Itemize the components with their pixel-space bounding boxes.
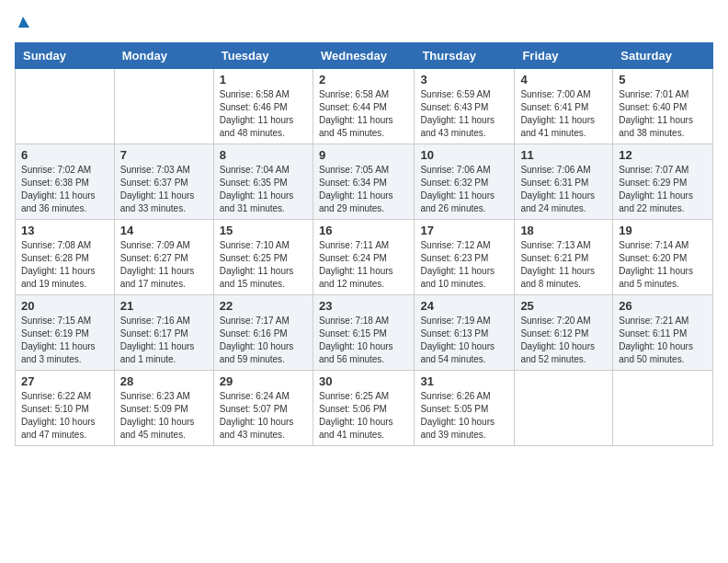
day-info: Sunrise: 7:00 AM Sunset: 6:41 PM Dayligh… bbox=[520, 88, 607, 140]
calendar-cell: 23Sunrise: 7:18 AM Sunset: 6:15 PM Dayli… bbox=[313, 295, 414, 371]
day-number: 11 bbox=[520, 148, 607, 162]
day-info: Sunrise: 7:04 AM Sunset: 6:35 PM Dayligh… bbox=[220, 164, 307, 215]
calendar-header-friday: Friday bbox=[515, 43, 613, 69]
calendar-cell bbox=[613, 371, 713, 446]
calendar-cell: 31Sunrise: 6:26 AM Sunset: 5:05 PM Dayli… bbox=[415, 371, 515, 446]
calendar-cell: 3Sunrise: 6:59 AM Sunset: 6:43 PM Daylig… bbox=[415, 69, 515, 144]
day-number: 6 bbox=[21, 148, 108, 162]
day-number: 28 bbox=[120, 374, 208, 388]
day-number: 18 bbox=[520, 224, 607, 237]
day-info: Sunrise: 6:58 AM Sunset: 6:44 PM Dayligh… bbox=[319, 88, 408, 140]
calendar-header-row: SundayMondayTuesdayWednesdayThursdayFrid… bbox=[16, 43, 713, 69]
day-number: 7 bbox=[120, 148, 208, 162]
day-number: 22 bbox=[220, 299, 307, 313]
calendar-cell: 2Sunrise: 6:58 AM Sunset: 6:44 PM Daylig… bbox=[313, 69, 414, 144]
calendar-cell: 15Sunrise: 7:10 AM Sunset: 6:25 PM Dayli… bbox=[213, 220, 313, 295]
calendar-cell: 25Sunrise: 7:20 AM Sunset: 6:12 PM Dayli… bbox=[515, 295, 613, 371]
calendar-week-0: 1Sunrise: 6:58 AM Sunset: 6:46 PM Daylig… bbox=[16, 69, 713, 144]
day-number: 31 bbox=[420, 374, 508, 388]
day-number: 27 bbox=[21, 374, 108, 388]
day-number: 16 bbox=[319, 224, 408, 237]
day-number: 29 bbox=[220, 374, 307, 388]
calendar-week-4: 27Sunrise: 6:22 AM Sunset: 5:10 PM Dayli… bbox=[16, 371, 713, 446]
calendar-cell: 20Sunrise: 7:15 AM Sunset: 6:19 PM Dayli… bbox=[16, 295, 115, 371]
calendar-header-sunday: Sunday bbox=[16, 43, 115, 69]
calendar-cell bbox=[16, 69, 115, 144]
day-number: 24 bbox=[420, 299, 508, 313]
day-info: Sunrise: 6:26 AM Sunset: 5:05 PM Dayligh… bbox=[420, 390, 508, 442]
day-number: 2 bbox=[319, 73, 408, 86]
day-info: Sunrise: 7:06 AM Sunset: 6:31 PM Dayligh… bbox=[520, 164, 607, 215]
calendar-cell: 18Sunrise: 7:13 AM Sunset: 6:21 PM Dayli… bbox=[515, 220, 613, 295]
day-info: Sunrise: 6:22 AM Sunset: 5:10 PM Dayligh… bbox=[21, 390, 108, 442]
day-info: Sunrise: 7:21 AM Sunset: 6:11 PM Dayligh… bbox=[619, 315, 707, 366]
day-info: Sunrise: 7:10 AM Sunset: 6:25 PM Dayligh… bbox=[220, 239, 307, 291]
day-number: 21 bbox=[120, 299, 208, 313]
day-info: Sunrise: 7:07 AM Sunset: 6:29 PM Dayligh… bbox=[619, 164, 707, 215]
calendar-cell: 9Sunrise: 7:05 AM Sunset: 6:34 PM Daylig… bbox=[313, 144, 414, 220]
day-info: Sunrise: 6:25 AM Sunset: 5:06 PM Dayligh… bbox=[319, 390, 408, 442]
day-number: 1 bbox=[220, 73, 307, 86]
calendar-cell: 19Sunrise: 7:14 AM Sunset: 6:20 PM Dayli… bbox=[613, 220, 713, 295]
day-number: 3 bbox=[420, 73, 508, 86]
day-info: Sunrise: 7:16 AM Sunset: 6:17 PM Dayligh… bbox=[120, 315, 208, 366]
day-number: 14 bbox=[120, 224, 208, 237]
day-number: 10 bbox=[420, 148, 508, 162]
calendar-cell: 28Sunrise: 6:23 AM Sunset: 5:09 PM Dayli… bbox=[114, 371, 213, 446]
day-info: Sunrise: 7:19 AM Sunset: 6:13 PM Dayligh… bbox=[420, 315, 508, 366]
calendar-cell: 4Sunrise: 7:00 AM Sunset: 6:41 PM Daylig… bbox=[515, 69, 613, 144]
day-number: 13 bbox=[21, 224, 108, 237]
day-info: Sunrise: 7:06 AM Sunset: 6:32 PM Dayligh… bbox=[420, 164, 508, 215]
calendar-cell: 6Sunrise: 7:02 AM Sunset: 6:38 PM Daylig… bbox=[16, 144, 115, 220]
calendar-header-thursday: Thursday bbox=[415, 43, 515, 69]
calendar-cell: 29Sunrise: 6:24 AM Sunset: 5:07 PM Dayli… bbox=[213, 371, 313, 446]
day-number: 9 bbox=[319, 148, 408, 162]
calendar-cell: 17Sunrise: 7:12 AM Sunset: 6:23 PM Dayli… bbox=[415, 220, 515, 295]
calendar-cell: 27Sunrise: 6:22 AM Sunset: 5:10 PM Dayli… bbox=[16, 371, 115, 446]
day-number: 4 bbox=[520, 73, 607, 86]
calendar-cell: 7Sunrise: 7:03 AM Sunset: 6:37 PM Daylig… bbox=[114, 144, 213, 220]
day-info: Sunrise: 6:59 AM Sunset: 6:43 PM Dayligh… bbox=[420, 88, 508, 140]
day-number: 20 bbox=[21, 299, 108, 313]
day-number: 30 bbox=[319, 374, 408, 388]
calendar-cell: 5Sunrise: 7:01 AM Sunset: 6:40 PM Daylig… bbox=[613, 69, 713, 144]
day-number: 5 bbox=[619, 73, 707, 86]
calendar-cell: 30Sunrise: 6:25 AM Sunset: 5:06 PM Dayli… bbox=[313, 371, 414, 446]
calendar-cell bbox=[515, 371, 613, 446]
day-info: Sunrise: 6:24 AM Sunset: 5:07 PM Dayligh… bbox=[220, 390, 307, 442]
day-info: Sunrise: 7:13 AM Sunset: 6:21 PM Dayligh… bbox=[520, 239, 607, 291]
calendar-cell: 13Sunrise: 7:08 AM Sunset: 6:28 PM Dayli… bbox=[16, 220, 115, 295]
day-info: Sunrise: 7:02 AM Sunset: 6:38 PM Dayligh… bbox=[21, 164, 108, 215]
day-info: Sunrise: 6:23 AM Sunset: 5:09 PM Dayligh… bbox=[120, 390, 208, 442]
calendar-cell bbox=[114, 69, 213, 144]
calendar-week-2: 13Sunrise: 7:08 AM Sunset: 6:28 PM Dayli… bbox=[16, 220, 713, 295]
day-number: 8 bbox=[220, 148, 307, 162]
calendar-header-wednesday: Wednesday bbox=[313, 43, 414, 69]
calendar-cell: 22Sunrise: 7:17 AM Sunset: 6:16 PM Dayli… bbox=[213, 295, 313, 371]
day-info: Sunrise: 7:20 AM Sunset: 6:12 PM Dayligh… bbox=[520, 315, 607, 366]
day-number: 25 bbox=[520, 299, 607, 313]
calendar-cell: 8Sunrise: 7:04 AM Sunset: 6:35 PM Daylig… bbox=[213, 144, 313, 220]
day-info: Sunrise: 7:09 AM Sunset: 6:27 PM Dayligh… bbox=[120, 239, 208, 291]
svg-marker-0 bbox=[18, 17, 29, 28]
day-info: Sunrise: 7:14 AM Sunset: 6:20 PM Dayligh… bbox=[619, 239, 707, 291]
calendar: SundayMondayTuesdayWednesdayThursdayFrid… bbox=[15, 42, 713, 446]
day-info: Sunrise: 7:15 AM Sunset: 6:19 PM Dayligh… bbox=[21, 315, 108, 366]
calendar-week-3: 20Sunrise: 7:15 AM Sunset: 6:19 PM Dayli… bbox=[16, 295, 713, 371]
day-info: Sunrise: 7:08 AM Sunset: 6:28 PM Dayligh… bbox=[21, 239, 108, 291]
day-number: 23 bbox=[319, 299, 408, 313]
day-info: Sunrise: 7:11 AM Sunset: 6:24 PM Dayligh… bbox=[319, 239, 408, 291]
day-info: Sunrise: 7:17 AM Sunset: 6:16 PM Dayligh… bbox=[220, 315, 307, 366]
day-info: Sunrise: 7:01 AM Sunset: 6:40 PM Dayligh… bbox=[619, 88, 707, 140]
calendar-cell: 24Sunrise: 7:19 AM Sunset: 6:13 PM Dayli… bbox=[415, 295, 515, 371]
calendar-cell: 16Sunrise: 7:11 AM Sunset: 6:24 PM Dayli… bbox=[313, 220, 414, 295]
calendar-header-tuesday: Tuesday bbox=[213, 43, 313, 69]
calendar-cell: 26Sunrise: 7:21 AM Sunset: 6:11 PM Dayli… bbox=[613, 295, 713, 371]
calendar-cell: 21Sunrise: 7:16 AM Sunset: 6:17 PM Dayli… bbox=[114, 295, 213, 371]
calendar-cell: 10Sunrise: 7:06 AM Sunset: 6:32 PM Dayli… bbox=[415, 144, 515, 220]
day-info: Sunrise: 7:03 AM Sunset: 6:37 PM Dayligh… bbox=[120, 164, 208, 215]
day-info: Sunrise: 6:58 AM Sunset: 6:46 PM Dayligh… bbox=[220, 88, 307, 140]
calendar-cell: 1Sunrise: 6:58 AM Sunset: 6:46 PM Daylig… bbox=[213, 69, 313, 144]
logo-icon bbox=[17, 15, 29, 33]
calendar-cell: 12Sunrise: 7:07 AM Sunset: 6:29 PM Dayli… bbox=[613, 144, 713, 220]
